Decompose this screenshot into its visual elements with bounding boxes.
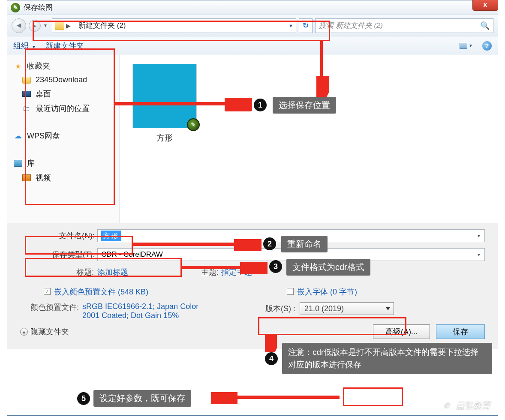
- subject-meta-label: 主题:: [201, 267, 219, 277]
- annotation-label-4: 注意：cdr低版本是打不开高版本文件的需要下拉选择对应的版本进行保存: [282, 343, 492, 374]
- version-select[interactable]: 21.0 (2019): [300, 302, 394, 315]
- title-meta-value[interactable]: 添加标题: [97, 267, 128, 277]
- advanced-button[interactable]: 高级(A)...: [373, 324, 430, 339]
- hide-folders-toggle[interactable]: ▲ 隐藏文件夹: [20, 327, 69, 337]
- annotation-number-3: 3: [269, 260, 282, 273]
- recent-icon: 🗂: [22, 104, 31, 113]
- annotation-number-5: 5: [77, 392, 90, 405]
- file-thumbnail: ✎: [132, 64, 197, 128]
- search-input[interactable]: 搜索 新建文件夹 (2) 🔍: [315, 18, 493, 33]
- cdr-badge-icon: ✎: [187, 118, 200, 131]
- toolbar: 组织 ▼ 新建文件夹 ▼ ?: [7, 36, 498, 55]
- annotation-label-3: 文件格式为cdr格式: [286, 259, 370, 276]
- checkbox-checked-icon: ✓: [44, 288, 51, 295]
- sidebar-item-desktop[interactable]: 桌面: [7, 87, 119, 101]
- title-meta-label: 标题:: [20, 267, 97, 277]
- sidebar-favorites[interactable]: ★收藏夹: [7, 59, 119, 73]
- app-icon: ✎: [11, 3, 20, 12]
- star-icon: ★: [13, 62, 23, 70]
- sidebar-lib[interactable]: 库: [7, 156, 119, 171]
- embed-profile-checkbox[interactable]: ✓ 嵌入颜色预置文件 (548 KB): [44, 287, 240, 297]
- view-button[interactable]: ▼: [460, 43, 473, 49]
- sidebar: ★收藏夹 2345Download 桌面 🗂最近访问的位置 ☁WPS网盘 库 视…: [7, 55, 120, 223]
- folder-icon: [22, 77, 31, 84]
- close-button[interactable]: x: [472, 0, 498, 11]
- watermark: ✆ 益弘教育: [440, 400, 490, 411]
- breadcrumb-dropdown-icon[interactable]: ▼: [289, 23, 293, 28]
- checkbox-unchecked-icon: ✓: [287, 288, 294, 295]
- nav-row: ◄ ► ▼ ▶ 新建文件夹 (2) ▼ ↻ 搜索 新建文件夹 (2) 🔍: [7, 15, 498, 36]
- profile-value: sRGB IEC61966-2.1; Japan Color 2001 Coat…: [82, 302, 202, 320]
- filetype-label: 保存类型(T):: [20, 249, 97, 260]
- profile-label: 颜色预置文件:: [20, 302, 82, 320]
- breadcrumb-bar[interactable]: ▶ 新建文件夹 (2) ▼: [52, 18, 296, 33]
- form-area: 文件名(N): 方形▼ 保存类型(T): CDR - CorelDRAW▼ 标题…: [7, 223, 498, 349]
- annotation-label-5: 设定好参数，既可保存: [93, 390, 191, 407]
- nav-history-dropdown[interactable]: ▼: [43, 23, 49, 28]
- annotation-label-1: 选择保存位置: [273, 97, 336, 114]
- titlebar: ✎ 保存绘图 x: [7, 0, 498, 15]
- subject-meta-value[interactable]: 指定主题: [221, 267, 252, 277]
- body-area: ★收藏夹 2345Download 桌面 🗂最近访问的位置 ☁WPS网盘 库 视…: [7, 55, 498, 223]
- cloud-icon: ☁: [13, 132, 23, 140]
- window-title: 保存绘图: [24, 3, 53, 12]
- annotation-number-2: 2: [263, 237, 276, 250]
- version-label: 版本(S) :: [265, 303, 295, 314]
- file-list[interactable]: ✎ 方形: [120, 55, 498, 223]
- embed-font-checkbox[interactable]: ✓ 嵌入字体 (0 字节): [287, 287, 485, 297]
- annotation-number-1: 1: [254, 99, 267, 111]
- file-item[interactable]: ✎ 方形: [132, 64, 197, 144]
- video-icon: [22, 174, 31, 181]
- chevron-up-icon: ▲: [20, 328, 28, 336]
- search-icon: 🔍: [480, 21, 490, 30]
- file-name-label: 方形: [132, 132, 197, 144]
- nav-back-button[interactable]: ◄: [12, 18, 26, 33]
- library-icon: [14, 160, 22, 167]
- save-button[interactable]: 保存: [436, 324, 485, 339]
- new-folder-button[interactable]: 新建文件夹: [45, 41, 84, 51]
- search-placeholder: 搜索 新建文件夹 (2): [319, 21, 383, 30]
- organize-button[interactable]: 组织 ▼: [13, 41, 36, 51]
- breadcrumb-item[interactable]: 新建文件夹 (2): [78, 21, 126, 30]
- sidebar-wps[interactable]: ☁WPS网盘: [7, 129, 119, 143]
- sidebar-item-recent[interactable]: 🗂最近访问的位置: [7, 101, 119, 116]
- filename-label: 文件名(N):: [20, 231, 97, 241]
- refresh-button[interactable]: ↻: [299, 18, 313, 33]
- annotation-label-2: 重新命名: [281, 236, 328, 252]
- sidebar-item-video[interactable]: 视频: [7, 171, 119, 185]
- breadcrumb-sep-icon: ▶: [66, 22, 71, 29]
- help-button[interactable]: ?: [482, 41, 492, 51]
- wechat-icon: ✆: [440, 400, 453, 411]
- desktop-icon: [22, 91, 31, 97]
- folder-icon: [55, 21, 64, 30]
- nav-forward-button[interactable]: ►: [29, 20, 41, 32]
- annotation-number-4: 4: [265, 352, 278, 365]
- sidebar-item-download[interactable]: 2345Download: [7, 73, 119, 87]
